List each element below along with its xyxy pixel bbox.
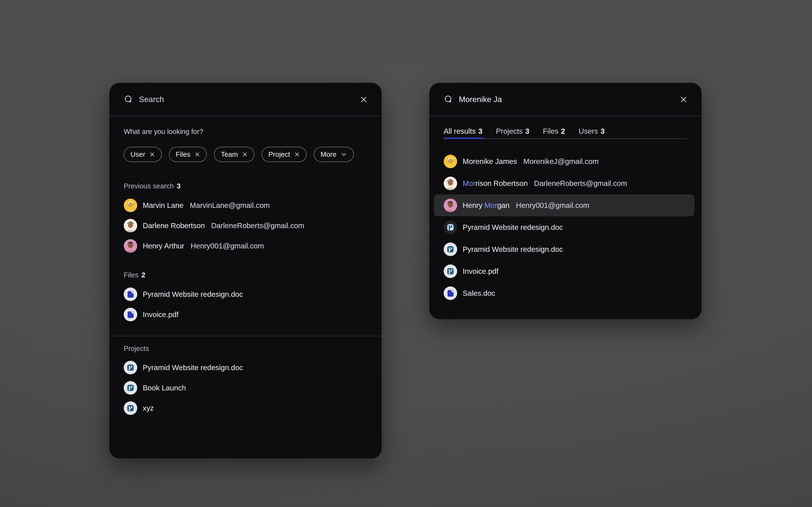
- close-icon[interactable]: [359, 95, 368, 104]
- user-row[interactable]: Henry Arthur Henry001@gmail.com: [124, 236, 367, 256]
- blue-document-icon: [444, 286, 457, 300]
- chip-label: Files: [176, 151, 191, 158]
- branch-badge-icon: [124, 381, 137, 395]
- user-result-row[interactable]: Morenike James MorenikeJ@gmail.com: [444, 151, 687, 172]
- file-name: Pyramid Website redesign.doc: [143, 290, 243, 298]
- chip-files[interactable]: Files: [169, 147, 207, 162]
- x-remove-icon[interactable]: [294, 152, 300, 157]
- chip-user[interactable]: User: [124, 147, 162, 162]
- projects-label: Projects: [124, 344, 367, 353]
- search-icon: [124, 95, 134, 104]
- user-result-row[interactable]: Morrison Robertson DarleneRoberts@gmail.…: [444, 172, 687, 194]
- file-result-row[interactable]: Invoice.pdf: [444, 260, 687, 282]
- search-bar[interactable]: Morenike Ja: [429, 83, 702, 116]
- branch-badge-icon: [444, 242, 457, 256]
- search-modal-left: Search What are you looking for? User Fi…: [109, 83, 382, 458]
- search-input[interactable]: Search: [139, 95, 164, 104]
- avatar: [444, 199, 457, 212]
- search-icon: [444, 95, 453, 104]
- user-email: MorenikeJ@gmail.com: [523, 157, 599, 166]
- user-email: DarleneRoberts@gmail.com: [211, 221, 304, 230]
- project-name: Book Launch: [143, 384, 186, 392]
- search-input[interactable]: Morenike Ja: [459, 95, 502, 104]
- chip-label: User: [131, 151, 145, 158]
- files-count: 2: [142, 271, 145, 279]
- file-name: Invoice.pdf: [463, 267, 498, 276]
- project-row[interactable]: xyz: [124, 398, 367, 418]
- avatar: [444, 177, 457, 190]
- chip-label: More: [320, 151, 337, 158]
- user-name: Morrison Robertson: [463, 179, 527, 187]
- projects-list: Pyramid Website redesign.doc Book Launch…: [124, 357, 367, 418]
- project-name: xyz: [143, 404, 154, 412]
- active-tab-indicator: [444, 137, 484, 139]
- file-result-row[interactable]: Pyramid Website redesign.doc: [444, 238, 687, 260]
- tab-files[interactable]: Files2: [543, 124, 565, 138]
- previous-search-count: 3: [177, 182, 181, 190]
- file-result-row[interactable]: Sales.doc: [444, 282, 687, 304]
- files-list: Pyramid Website redesign.doc Invoice.pdf: [124, 284, 367, 325]
- x-remove-icon[interactable]: [150, 152, 155, 157]
- chip-label: Team: [221, 151, 238, 158]
- file-name: Sales.doc: [463, 289, 495, 297]
- tab-projects[interactable]: Projects3: [496, 124, 529, 138]
- filter-chips: User Files Team Project More: [124, 147, 367, 162]
- avatar: [444, 155, 457, 168]
- search-prompt: What are you looking for?: [124, 127, 367, 136]
- branch-badge-icon: [444, 265, 457, 278]
- file-name: Pyramid Website redesign.doc: [463, 245, 563, 253]
- project-row[interactable]: Book Launch: [124, 378, 367, 398]
- file-name: Invoice.pdf: [143, 310, 179, 319]
- tab-all-results[interactable]: All results3: [444, 124, 483, 138]
- chip-more[interactable]: More: [314, 147, 354, 162]
- search-modal-right: Morenike Ja All results3 Projects3 Files…: [429, 83, 702, 319]
- chip-label: Project: [268, 151, 290, 158]
- avatar: [124, 219, 137, 232]
- user-email: Henry001@gmail.com: [516, 201, 589, 210]
- blue-document-icon: [124, 308, 137, 321]
- files-label: Files2: [124, 271, 367, 279]
- avatar: [124, 239, 137, 252]
- branch-badge-icon: [124, 361, 137, 374]
- blue-document-icon: [124, 287, 137, 301]
- user-name: Henry Arthur: [143, 242, 184, 250]
- results-list: Morenike James MorenikeJ@gmail.com Morri…: [444, 151, 687, 304]
- branch-badge-icon: [444, 221, 457, 234]
- user-email: MarvinLane@gmail.com: [190, 201, 270, 210]
- tab-users[interactable]: Users3: [578, 124, 605, 138]
- avatar: [124, 199, 137, 212]
- x-remove-icon[interactable]: [195, 152, 200, 157]
- result-tabs: All results3 Projects3 Files2 Users3: [444, 124, 687, 139]
- user-name: Marvin Lane: [143, 201, 184, 210]
- file-row[interactable]: Invoice.pdf: [124, 304, 367, 325]
- user-row[interactable]: Darlene Robertson DarleneRoberts@gmail.c…: [124, 216, 367, 236]
- project-name: Pyramid Website redesign.doc: [143, 363, 243, 372]
- user-result-row-selected[interactable]: Henry Morgan Henry001@gmail.com: [434, 194, 695, 216]
- file-row[interactable]: Pyramid Website redesign.doc: [124, 284, 367, 304]
- previous-search-list: Marvin Lane MarvinLane@gmail.com Darlene…: [124, 195, 367, 256]
- x-remove-icon[interactable]: [242, 152, 248, 157]
- previous-search-label: Previous search3: [124, 182, 367, 190]
- project-row[interactable]: Pyramid Website redesign.doc: [124, 357, 367, 378]
- user-name: Darlene Robertson: [143, 221, 205, 230]
- chip-team[interactable]: Team: [214, 147, 254, 162]
- chevron-down-icon: [341, 151, 347, 158]
- user-email: Henry001@gmail.com: [191, 242, 264, 250]
- file-result-row[interactable]: Pyramid Website redesign.doc: [444, 216, 687, 238]
- user-email: DarleneRoberts@gmail.com: [534, 179, 627, 187]
- chip-project[interactable]: Project: [262, 147, 307, 162]
- user-name: Morenike James: [463, 157, 517, 166]
- user-row[interactable]: Marvin Lane MarvinLane@gmail.com: [124, 195, 367, 216]
- section-divider: [109, 336, 382, 336]
- search-bar[interactable]: Search: [109, 83, 382, 116]
- close-icon[interactable]: [679, 95, 689, 104]
- user-name: Henry Morgan: [463, 201, 510, 210]
- file-name: Pyramid Website redesign.doc: [463, 223, 563, 231]
- branch-badge-icon: [124, 401, 137, 415]
